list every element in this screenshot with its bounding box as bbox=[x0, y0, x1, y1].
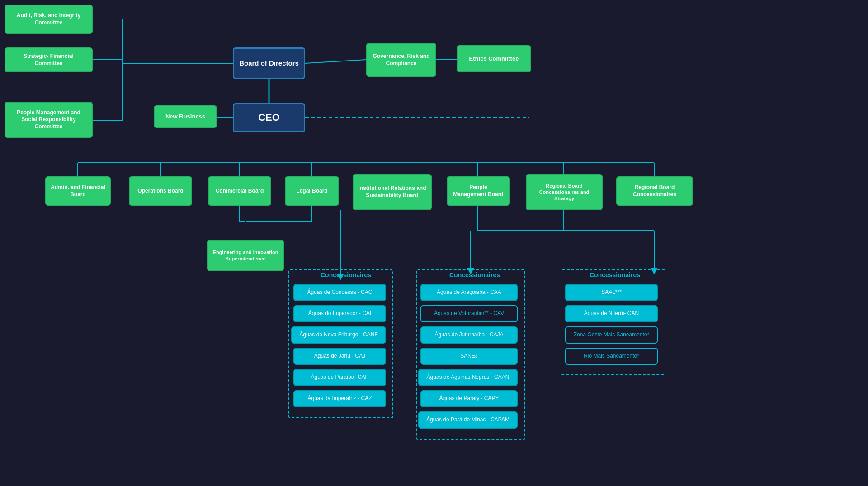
strategic-financial-committee: Strategic- Financial Committee bbox=[5, 47, 93, 72]
cap-node: Águas de Paraíba- CAP bbox=[293, 369, 386, 386]
canf-node: Águas de Nova Friburgo - CANF bbox=[291, 326, 386, 344]
cav-node: Águas de Votorantim** - CAV bbox=[420, 305, 518, 322]
concessionaires-label-1: Concessionaires bbox=[301, 271, 391, 278]
operations-board: Operations Board bbox=[129, 176, 192, 206]
commercial-board: Commercial Board bbox=[208, 176, 271, 206]
caja-node: Águas de Juturnaíba - CAJA bbox=[420, 326, 518, 344]
regional-board-concessionaires-strategy: Regional Board Concessionaires and Strat… bbox=[526, 174, 603, 210]
zona-oeste-node: Zona Oeste Mais Saneamento* bbox=[565, 326, 658, 344]
governance-risk-compliance: Governance, Risk and Compliance bbox=[366, 43, 436, 77]
saal-node: SAAL*** bbox=[565, 284, 658, 301]
caa-node: Águas de Araçoiaba - CAA bbox=[420, 284, 518, 301]
admin-financial-board: Admin. and Financial Board bbox=[45, 176, 111, 206]
ceo: CEO bbox=[233, 103, 305, 132]
ethics-committee: Ethics Committee bbox=[457, 45, 531, 72]
capy-node: Águas de Paraty - CAPY bbox=[420, 390, 518, 407]
can-node: Águas de Niterói- CAN bbox=[565, 305, 658, 322]
caan-node: Águas de Agulhas Negras - CAAN bbox=[418, 369, 518, 386]
capam-node: Águas de Pará de Minas - CAPAM bbox=[418, 411, 518, 429]
regional-board-concessionaires: Regional Board Concessionaires bbox=[616, 176, 693, 206]
institutional-relations-board: Institutional Relations and Sustainabili… bbox=[353, 174, 432, 210]
concessionaires-label-2: Concessionaires bbox=[429, 271, 520, 278]
rio-mais-node: Rio Mais Saneamento* bbox=[565, 348, 658, 365]
caz-node: Águas da Imperatriz - CAZ bbox=[293, 390, 386, 407]
people-management-committee: People Management and Social Responsibil… bbox=[5, 102, 93, 138]
audit-risk-committee: Audit, Risk, and Integrity Committee bbox=[5, 5, 93, 34]
people-management-board: People Management Board bbox=[447, 176, 510, 206]
cai-node: Águas do Imperador - CAI bbox=[293, 305, 386, 322]
concessionaires-label-3: Concessionaires bbox=[570, 271, 660, 278]
caj-node: Águas de Jahu - CAJ bbox=[293, 348, 386, 365]
board-of-directors: Board of Directors bbox=[233, 47, 305, 79]
svg-line-6 bbox=[305, 60, 366, 63]
sanej-node: SANEJ bbox=[420, 348, 518, 365]
engineering-innovation-superintendence: Engineering and Innovation Superintenden… bbox=[207, 240, 284, 271]
new-business: New Business bbox=[154, 105, 217, 128]
cac-node: Águas de Condessa - CAC bbox=[293, 284, 386, 301]
org-chart: Audit, Risk, and Integrity Committee Str… bbox=[0, 0, 868, 486]
legal-board: Legal Board bbox=[285, 176, 339, 206]
